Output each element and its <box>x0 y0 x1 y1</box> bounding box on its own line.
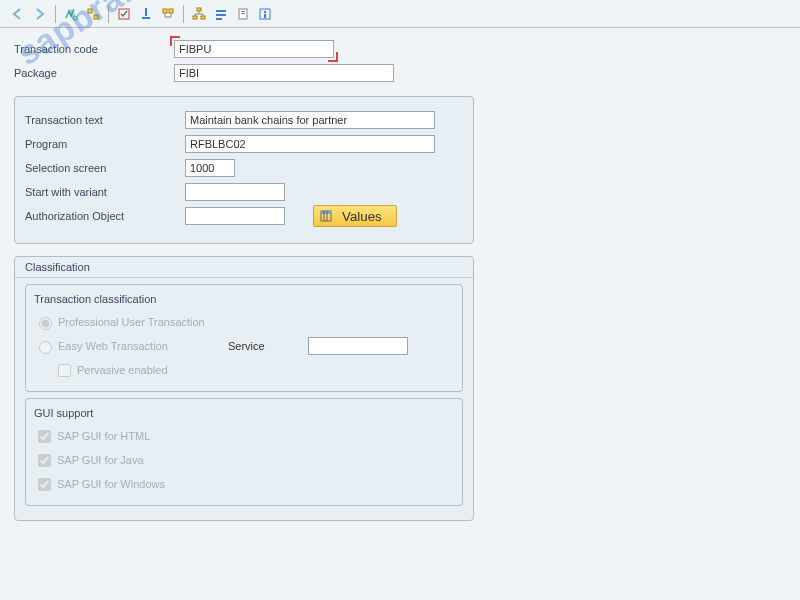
test-icon[interactable] <box>211 4 231 24</box>
gui-html-checkbox <box>38 430 51 443</box>
svg-rect-21 <box>321 211 331 214</box>
gui-win-checkbox <box>38 478 51 491</box>
svg-rect-7 <box>169 9 173 13</box>
grid-icon <box>320 210 332 222</box>
values-button[interactable]: Values <box>313 205 397 227</box>
gui-support-box: GUI support SAP GUI for HTML SAP GUI for… <box>25 398 463 506</box>
easyweb-label: Easy Web Transaction <box>58 340 228 352</box>
transaction-classification-box: Transaction classification Professional … <box>25 284 463 392</box>
pervasive-checkbox <box>58 364 71 377</box>
service-field[interactable] <box>308 337 408 355</box>
application-toolbar <box>0 0 800 28</box>
start-variant-label: Start with variant <box>25 186 185 198</box>
selection-screen-field[interactable] <box>185 159 235 177</box>
back-icon[interactable] <box>8 4 28 24</box>
svg-rect-9 <box>193 16 197 19</box>
selection-screen-label: Selection screen <box>25 162 185 174</box>
classification-title: Classification <box>15 257 473 278</box>
svg-rect-1 <box>88 9 92 13</box>
service-label: Service <box>228 340 308 352</box>
gui-support-title: GUI support <box>34 407 454 419</box>
svg-rect-16 <box>241 13 245 14</box>
svg-rect-19 <box>264 14 266 18</box>
other-object-icon[interactable] <box>83 4 103 24</box>
gui-java-label: SAP GUI for Java <box>57 454 144 466</box>
transaction-code-label: Transaction code <box>14 43 174 55</box>
activate-icon[interactable] <box>136 4 156 24</box>
gui-java-checkbox <box>38 454 51 467</box>
forward-icon[interactable] <box>30 4 50 24</box>
info-icon[interactable] <box>255 4 275 24</box>
svg-rect-2 <box>94 15 98 19</box>
svg-rect-12 <box>216 14 226 16</box>
professional-label: Professional User Transaction <box>58 316 205 328</box>
gui-win-label: SAP GUI for Windows <box>57 478 165 490</box>
main-content: Transaction code Package Transaction tex… <box>0 28 800 541</box>
svg-rect-15 <box>241 11 245 12</box>
program-label: Program <box>25 138 185 150</box>
svg-point-0 <box>73 16 77 20</box>
svg-rect-5 <box>142 17 150 19</box>
svg-rect-10 <box>201 16 205 19</box>
svg-rect-11 <box>216 10 226 12</box>
svg-rect-6 <box>163 9 167 13</box>
transaction-text-field[interactable] <box>185 111 435 129</box>
start-variant-field[interactable] <box>185 183 285 201</box>
documentation-icon[interactable] <box>233 4 253 24</box>
display-change-icon[interactable] <box>61 4 81 24</box>
where-used-icon[interactable] <box>158 4 178 24</box>
transaction-code-field[interactable] <box>174 40 334 58</box>
pervasive-label: Pervasive enabled <box>77 364 168 376</box>
package-field[interactable] <box>174 64 394 82</box>
auth-object-field[interactable] <box>185 207 285 225</box>
auth-object-label: Authorization Object <box>25 210 185 222</box>
package-label: Package <box>14 67 174 79</box>
program-field[interactable] <box>185 135 435 153</box>
transaction-details-group: Transaction text Program Selection scree… <box>14 96 474 244</box>
values-button-label: Values <box>342 209 382 224</box>
gui-html-label: SAP GUI for HTML <box>57 430 150 442</box>
svg-rect-8 <box>197 8 201 11</box>
svg-rect-13 <box>216 18 222 20</box>
svg-rect-4 <box>145 8 147 16</box>
easyweb-radio <box>39 341 52 354</box>
check-icon[interactable] <box>114 4 134 24</box>
svg-rect-18 <box>264 11 266 13</box>
classification-group: Classification Transaction classificatio… <box>14 256 474 521</box>
professional-radio <box>39 317 52 330</box>
transaction-text-label: Transaction text <box>25 114 185 126</box>
hierarchy-icon[interactable] <box>189 4 209 24</box>
transaction-classification-title: Transaction classification <box>34 293 454 305</box>
